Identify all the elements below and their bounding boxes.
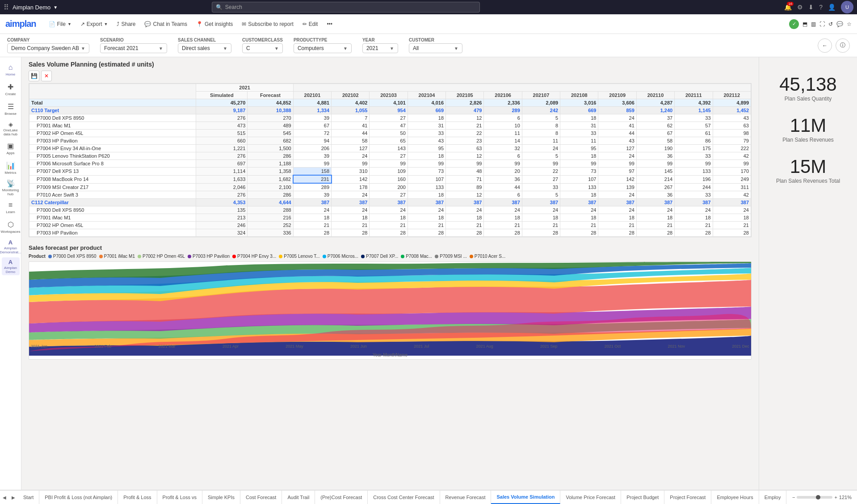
- cell-value[interactable]: 145: [636, 168, 674, 176]
- save-table-button[interactable]: 💾: [29, 71, 39, 81]
- cell-value[interactable]: 41: [332, 122, 370, 130]
- avatar[interactable]: U: [841, 1, 853, 13]
- cell-value[interactable]: 270: [248, 114, 293, 122]
- cell-value[interactable]: 65: [370, 137, 407, 145]
- cell-value[interactable]: 387: [560, 199, 598, 206]
- cell-value[interactable]: 1,145: [675, 107, 713, 114]
- comment-icon[interactable]: 💬: [836, 21, 843, 27]
- help-icon[interactable]: ?: [819, 4, 823, 11]
- cell-value[interactable]: 109: [370, 168, 407, 176]
- cell-value[interactable]: 175: [675, 145, 713, 152]
- cell-value[interactable]: 178: [332, 183, 370, 191]
- tab-audit-trail[interactable]: Audit Trail: [282, 491, 315, 504]
- cell-value[interactable]: 170: [713, 168, 751, 176]
- cell-value[interactable]: 99: [636, 160, 674, 168]
- cell-value[interactable]: 67: [293, 122, 331, 130]
- cell-value[interactable]: 12: [446, 114, 484, 122]
- cell-value[interactable]: 660: [196, 137, 248, 145]
- user-icon[interactable]: 👤: [828, 4, 836, 11]
- tab-cost-forecast[interactable]: Cost Forecast: [240, 491, 282, 504]
- cell-value[interactable]: 11: [522, 137, 560, 145]
- waffle-icon[interactable]: ⠿: [4, 3, 9, 12]
- cell-value[interactable]: 2,089: [522, 99, 560, 107]
- sidebar-item-create[interactable]: ✚ Create: [2, 80, 20, 98]
- cell-value[interactable]: 2,046: [196, 183, 248, 191]
- cell-value[interactable]: 45,270: [196, 99, 248, 107]
- cell-value[interactable]: 22: [446, 130, 484, 137]
- cell-value[interactable]: 682: [248, 137, 293, 145]
- cell-value[interactable]: 231: [293, 175, 331, 183]
- cell-value[interactable]: 133: [675, 168, 713, 176]
- cell-value[interactable]: 324: [196, 229, 248, 237]
- tab-employ[interactable]: Employ: [759, 491, 787, 504]
- cell-value[interactable]: 21: [407, 222, 445, 229]
- cell-value[interactable]: 12: [446, 191, 484, 199]
- cell-value[interactable]: 196: [675, 175, 713, 183]
- cell-value[interactable]: 286: [248, 191, 293, 199]
- cell-value[interactable]: 24: [598, 152, 636, 160]
- cell-value[interactable]: 252: [248, 222, 293, 229]
- cell-value[interactable]: 14: [484, 137, 522, 145]
- cell-value[interactable]: 7: [332, 114, 370, 122]
- cell-value[interactable]: 276: [196, 114, 248, 122]
- info-button[interactable]: ⓘ: [836, 38, 850, 53]
- cell-value[interactable]: 160: [370, 175, 407, 183]
- cell-value[interactable]: 4,881: [293, 99, 331, 107]
- cell-value[interactable]: 24: [370, 206, 407, 214]
- cell-value[interactable]: 107: [407, 175, 445, 183]
- cell-value[interactable]: 20: [484, 168, 522, 176]
- cell-value[interactable]: 99: [713, 160, 751, 168]
- cell-value[interactable]: 28: [675, 229, 713, 237]
- cell-value[interactable]: 387: [598, 199, 636, 206]
- cell-value[interactable]: 21: [446, 222, 484, 229]
- layout-icon[interactable]: ▥: [811, 21, 816, 27]
- cell-value[interactable]: 24: [675, 206, 713, 214]
- zoom-out-button[interactable]: −: [792, 495, 795, 500]
- cell-value[interactable]: 18: [560, 152, 598, 160]
- cell-value[interactable]: 28: [446, 229, 484, 237]
- search-bar[interactable]: 🔍 Search: [212, 2, 480, 13]
- cell-value[interactable]: 244: [675, 183, 713, 191]
- cell-value[interactable]: 99: [293, 160, 331, 168]
- cell-value[interactable]: 18: [598, 214, 636, 222]
- cell-value[interactable]: 28: [370, 229, 407, 237]
- cell-value[interactable]: 73: [560, 168, 598, 176]
- cell-value[interactable]: 28: [407, 229, 445, 237]
- cell-value[interactable]: 24: [598, 114, 636, 122]
- cell-value[interactable]: 39: [293, 114, 331, 122]
- cell-value[interactable]: 22: [522, 168, 560, 176]
- cell-value[interactable]: 39: [293, 191, 331, 199]
- cell-value[interactable]: 289: [293, 183, 331, 191]
- zoom-slider[interactable]: [797, 496, 832, 499]
- cell-value[interactable]: 4,353: [196, 199, 248, 206]
- cell-value[interactable]: 1,188: [248, 160, 293, 168]
- settings-icon[interactable]: ⚙: [797, 4, 803, 11]
- cell-value[interactable]: 276: [196, 152, 248, 160]
- cell-value[interactable]: 18: [560, 114, 598, 122]
- export-button[interactable]: ↗ Export ▼: [77, 19, 112, 29]
- cell-value[interactable]: 18: [522, 214, 560, 222]
- cell-value[interactable]: 44: [598, 130, 636, 137]
- cell-value[interactable]: 387: [675, 199, 713, 206]
- cell-value[interactable]: 135: [196, 206, 248, 214]
- cell-value[interactable]: 61: [675, 130, 713, 137]
- cell-value[interactable]: 11: [560, 137, 598, 145]
- cell-value[interactable]: 71: [446, 175, 484, 183]
- cell-value[interactable]: 515: [196, 130, 248, 137]
- cell-value[interactable]: 99: [522, 160, 560, 168]
- cell-value[interactable]: 10,388: [248, 107, 293, 114]
- cell-value[interactable]: 28: [560, 229, 598, 237]
- cell-value[interactable]: 18: [484, 214, 522, 222]
- cell-value[interactable]: 48: [446, 168, 484, 176]
- cell-value[interactable]: 6: [484, 114, 522, 122]
- close-table-button[interactable]: ✕: [41, 71, 52, 81]
- download-icon[interactable]: ⬇: [808, 4, 814, 11]
- cell-value[interactable]: 2,100: [248, 183, 293, 191]
- sidebar-item-monitoring[interactable]: 📡 Monitoringhub: [2, 179, 20, 197]
- cell-value[interactable]: 190: [636, 145, 674, 152]
- cell-value[interactable]: 18: [332, 214, 370, 222]
- sidebar-item-aimplan-demo[interactable]: A AimplanDemonstrat...: [2, 238, 20, 256]
- cell-value[interactable]: 3,016: [560, 99, 598, 107]
- cell-value[interactable]: 31: [407, 122, 445, 130]
- cell-value[interactable]: 479: [446, 107, 484, 114]
